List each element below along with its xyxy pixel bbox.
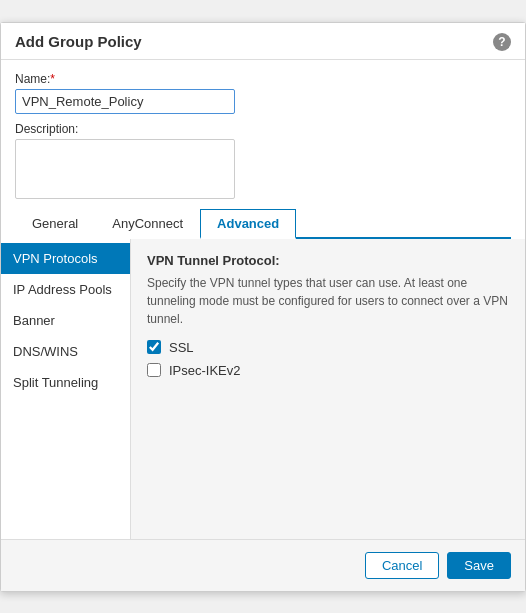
tab-general[interactable]: General xyxy=(15,209,95,239)
main-panel: VPN Tunnel Protocol: Specify the VPN tun… xyxy=(131,239,525,539)
panel-description: Specify the VPN tunnel types that user c… xyxy=(147,274,509,328)
dialog-footer: Cancel Save xyxy=(1,539,525,591)
tabs-bar: General AnyConnect Advanced xyxy=(15,209,511,239)
dialog-header: Add Group Policy ? xyxy=(1,23,525,60)
ipsec-checkbox[interactable] xyxy=(147,363,161,377)
save-button[interactable]: Save xyxy=(447,552,511,579)
cancel-button[interactable]: Cancel xyxy=(365,552,439,579)
content-area: VPN Protocols IP Address Pools Banner DN… xyxy=(1,239,525,539)
ssl-label: SSL xyxy=(169,340,194,355)
name-input[interactable] xyxy=(15,89,235,114)
description-label: Description: xyxy=(15,122,511,136)
dialog-body: Name:* Description: General AnyConnect A… xyxy=(1,60,525,239)
sidebar-item-vpn-protocols[interactable]: VPN Protocols xyxy=(1,243,130,274)
ipsec-checkbox-row: IPsec-IKEv2 xyxy=(147,363,509,378)
ssl-checkbox-row: SSL xyxy=(147,340,509,355)
sidebar-item-ip-address-pools[interactable]: IP Address Pools xyxy=(1,274,130,305)
sidebar: VPN Protocols IP Address Pools Banner DN… xyxy=(1,239,131,539)
tab-anyconnect[interactable]: AnyConnect xyxy=(95,209,200,239)
name-label: Name:* xyxy=(15,72,511,86)
ssl-checkbox[interactable] xyxy=(147,340,161,354)
dialog-title: Add Group Policy xyxy=(15,33,142,50)
sidebar-item-split-tunneling[interactable]: Split Tunneling xyxy=(1,367,130,398)
ipsec-label: IPsec-IKEv2 xyxy=(169,363,241,378)
sidebar-item-banner[interactable]: Banner xyxy=(1,305,130,336)
tab-advanced[interactable]: Advanced xyxy=(200,209,296,239)
description-textarea[interactable] xyxy=(15,139,235,199)
panel-title: VPN Tunnel Protocol: xyxy=(147,253,509,268)
sidebar-item-dns-wins[interactable]: DNS/WINS xyxy=(1,336,130,367)
name-field-group: Name:* xyxy=(15,72,511,114)
add-group-policy-dialog: Add Group Policy ? Name:* Description: G… xyxy=(0,22,526,592)
help-icon[interactable]: ? xyxy=(493,33,511,51)
description-field-group: Description: xyxy=(15,122,511,199)
